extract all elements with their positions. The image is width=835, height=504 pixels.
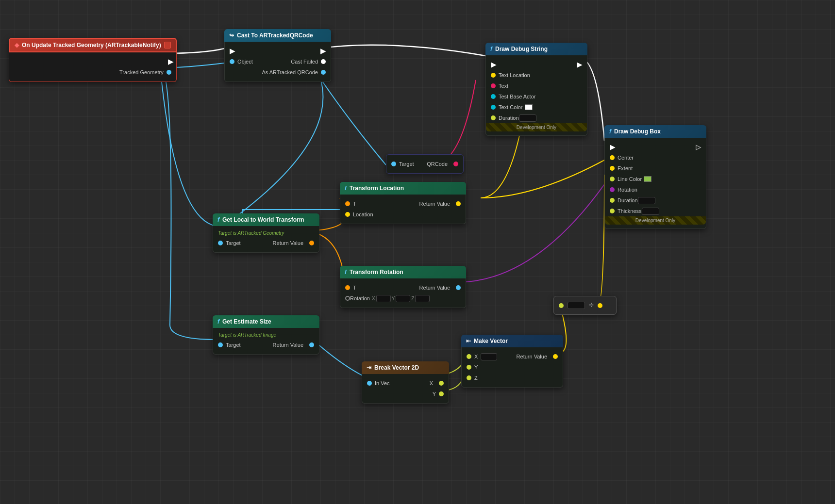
text-location-pin xyxy=(491,73,496,78)
bv-x-label: X xyxy=(430,380,433,386)
bv-in-pin xyxy=(367,381,372,386)
bv-y-pin xyxy=(439,391,444,396)
mv-z-label: Z xyxy=(474,375,478,381)
test-base-pin xyxy=(491,94,496,99)
ddb-exec-row: ▶ ▷ xyxy=(605,142,706,152)
tracked-geometry-row: Tracked Geometry xyxy=(9,67,176,78)
thickness-pin xyxy=(610,209,615,213)
qrcode-node: Target QRCode xyxy=(386,154,464,174)
cast-icon: ↬ xyxy=(229,32,234,39)
glw-target-pin xyxy=(218,241,223,245)
cast-exec-in: ▶ xyxy=(230,47,235,55)
cast-as-label: As ARTracked QRCode xyxy=(262,69,318,75)
transform-location-title: Transform Location xyxy=(350,185,404,192)
ddb-thickness-row: Thickness 0.0 xyxy=(605,206,706,216)
dds-text-location-row: Text Location xyxy=(486,70,587,81)
tr-rotation-label: Rotation xyxy=(350,295,370,301)
tl-location-pin xyxy=(345,212,350,217)
tr-x-input[interactable]: 0.0 xyxy=(376,295,391,302)
object-label: Object xyxy=(237,59,253,65)
divide-input[interactable]: 2.0 xyxy=(568,302,585,309)
break-vector2d-header: ⇥ Break Vector 2D xyxy=(362,361,449,374)
tr-t-pin xyxy=(345,285,350,290)
cast-exec-row: ▶ ▶ xyxy=(225,46,331,56)
tr-z-input[interactable]: 0.0 xyxy=(415,295,430,302)
ddb-duration-row: Duration 0.0 xyxy=(605,195,706,206)
ges-target-pin xyxy=(218,342,223,347)
tr-rotation-pin xyxy=(345,296,350,301)
tl-location-row: Location xyxy=(340,209,466,220)
text-pin xyxy=(491,83,496,88)
ges-return-label: Return Value xyxy=(273,342,303,348)
cast-failed-label: Cast Failed xyxy=(291,59,318,65)
func-icon6: f xyxy=(217,318,219,325)
transform-rotation-node: f Transform Rotation T Return Value Rota… xyxy=(340,266,466,308)
dds-duration-row: Duration 0.0 xyxy=(486,113,587,123)
thickness-input[interactable]: 0.0 xyxy=(642,208,659,215)
mv-y-row: Y xyxy=(462,362,563,373)
divide-node: 2.0 ÷ xyxy=(553,296,617,315)
tl-t-label: T xyxy=(353,201,356,207)
make-vector-header: ⇤ Make Vector xyxy=(461,335,563,347)
ddb-duration-label: Duration xyxy=(618,197,638,203)
divide-left-pin xyxy=(559,303,564,308)
tl-t-pin xyxy=(345,201,350,206)
get-local-world-body: Target is ARTracked Geometry Target Retu… xyxy=(213,226,319,253)
func-icon5: f xyxy=(345,269,347,276)
break-vector2d-node: ⇥ Break Vector 2D In Vec X Y xyxy=(362,361,449,404)
qrcode-label: QRCode xyxy=(427,161,448,167)
center-pin xyxy=(610,155,615,160)
glw-target-label: Target xyxy=(226,240,241,246)
glw-return-pin xyxy=(309,241,314,245)
transform-location-header: f Transform Location xyxy=(340,182,466,195)
duration-pin xyxy=(491,115,496,120)
rotation-label: Rotation xyxy=(618,187,637,193)
qrcode-body: Target QRCode xyxy=(386,154,464,174)
transform-location-body: T Return Value Location xyxy=(340,195,466,224)
mv-x-input[interactable]: 0.3 xyxy=(481,353,497,360)
get-estimate-size-body: Target is ARTracked Image Target Return … xyxy=(213,328,319,355)
mv-x-label: X xyxy=(474,354,478,359)
line-color-label: Line Color xyxy=(618,176,642,182)
event-node: ◆ On Update Tracked Geometry (ARTrackabl… xyxy=(9,38,177,82)
event-body: ▶ Tracked Geometry xyxy=(9,52,177,82)
event-icon: ◆ xyxy=(15,42,19,49)
cast-failed-pin xyxy=(321,59,326,64)
qrcode-target-label: Target xyxy=(399,161,414,167)
cast-body: ▶ ▶ Object Cast Failed As ARTracked QRCo… xyxy=(224,42,331,82)
extent-pin xyxy=(610,166,615,171)
ddb-duration-input[interactable]: 0.0 xyxy=(638,197,655,204)
ges-row: Target Return Value xyxy=(213,340,319,350)
dds-text-row: Text xyxy=(486,81,587,91)
tr-rotation-row: Rotation X 0.0 Y 0.0 Z 0.0 xyxy=(340,293,466,304)
dds-text-color-row: Text Color xyxy=(486,102,587,113)
tracked-geometry-pin xyxy=(167,70,171,75)
duration-label: Duration xyxy=(499,115,519,121)
ddb-center-row: Center xyxy=(605,152,706,163)
draw-debug-box-node: f Draw Debug Box ▶ ▷ Center Extent Line … xyxy=(604,125,706,229)
tracked-geometry-label: Tracked Geometry xyxy=(119,69,164,75)
make-vector-node: ⇤ Make Vector X 0.3 Return Value Y Z xyxy=(461,335,563,388)
center-label: Center xyxy=(618,155,634,161)
event-exec-row: ▶ xyxy=(9,56,176,67)
ddb-devonly: Development Only xyxy=(605,216,706,225)
draw-debug-string-title: Draw Debug String xyxy=(495,46,548,52)
duration-input[interactable]: 0.0 xyxy=(519,114,536,122)
thickness-label: Thickness xyxy=(618,208,642,214)
transform-rotation-body: T Return Value Rotation X 0.0 Y 0.0 Z 0.… xyxy=(340,278,466,308)
tr-y-input[interactable]: 0.0 xyxy=(396,295,410,302)
text-color-label: Text Color xyxy=(499,104,523,110)
func-icon4: f xyxy=(217,216,219,223)
draw-debug-box-header: f Draw Debug Box xyxy=(604,125,706,138)
tr-t-row: T Return Value xyxy=(340,282,466,293)
func-icon3: f xyxy=(345,185,347,192)
tr-t-label: T xyxy=(353,285,356,291)
mv-return-pin xyxy=(553,354,558,359)
get-estimate-size-header: f Get Estimate Size xyxy=(213,315,319,328)
exec-out-arrow: ▶ xyxy=(168,58,173,65)
divide-right-pin xyxy=(598,303,602,308)
cast-as-row: As ARTracked QRCode xyxy=(225,67,331,78)
extent-label: Extent xyxy=(618,165,633,171)
get-local-world-title: Get Local to World Transform xyxy=(222,216,304,223)
bv-x-pin xyxy=(439,381,444,386)
